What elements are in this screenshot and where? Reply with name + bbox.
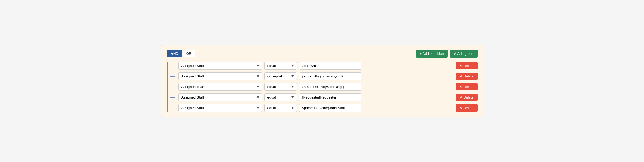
operator-select-2[interactable]: equalnot equalcontainsnot contains [264,83,297,91]
conditions-list: —Assigned StaffAssigned Teamequalnot equ… [170,62,478,112]
condition-row: —Assigned StaffAssigned Teamequalnot equ… [170,93,478,101]
field-select-4[interactable]: Assigned StaffAssigned Team [178,104,262,112]
value-input-2[interactable] [299,83,361,91]
field-select-3[interactable]: Assigned StaffAssigned Team [178,93,262,101]
condition-dash: — [170,105,175,111]
or-button[interactable]: OR [182,50,196,57]
field-select-2[interactable]: Assigned StaffAssigned Team [178,83,262,91]
field-select-1[interactable]: Assigned StaffAssigned Team [178,72,262,80]
field-select-0[interactable]: Assigned StaffAssigned Team [178,62,262,70]
filter-builder: AND OR + Add condition ⊕ Add group —Assi… [161,45,483,117]
condition-dash: — [170,73,175,79]
delete-button-1[interactable]: ✕ Delete [456,73,477,80]
operator-select-4[interactable]: equalnot equalcontainsnot contains [264,104,297,112]
delete-button-0[interactable]: ✕ Delete [456,62,477,69]
delete-button-2[interactable]: ✕ Delete [456,83,477,90]
conditions-area: —Assigned StaffAssigned Teamequalnot equ… [167,62,478,112]
operator-select-1[interactable]: equalnot equalcontainsnot contains [264,72,297,80]
add-group-button[interactable]: ⊕ Add group [450,50,478,58]
condition-dash: — [170,63,175,69]
add-condition-button[interactable]: + Add condition [416,50,447,58]
and-or-group: AND OR [167,50,196,57]
top-bar: AND OR + Add condition ⊕ Add group [167,50,478,58]
delete-button-4[interactable]: ✕ Delete [456,104,477,112]
value-input-0[interactable] [299,62,361,70]
and-button[interactable]: AND [167,50,182,57]
condition-row: —Assigned StaffAssigned Teamequalnot equ… [170,62,478,70]
operator-select-0[interactable]: equalnot equalcontainsnot contains [264,62,297,70]
delete-button-3[interactable]: ✕ Delete [456,94,477,101]
condition-row: —Assigned StaffAssigned Teamequalnot equ… [170,83,478,91]
value-input-3[interactable] [299,93,361,101]
condition-dash: — [170,94,175,100]
condition-dash: — [170,84,175,90]
operator-select-3[interactable]: equalnot equalcontainsnot contains [264,93,297,101]
action-buttons: + Add condition ⊕ Add group [416,50,477,58]
condition-row: —Assigned StaffAssigned Teamequalnot equ… [170,104,478,112]
value-input-1[interactable] [299,72,361,80]
condition-row: —Assigned StaffAssigned Teamequalnot equ… [170,72,478,80]
left-border [167,62,168,112]
value-input-4[interactable] [299,104,361,112]
